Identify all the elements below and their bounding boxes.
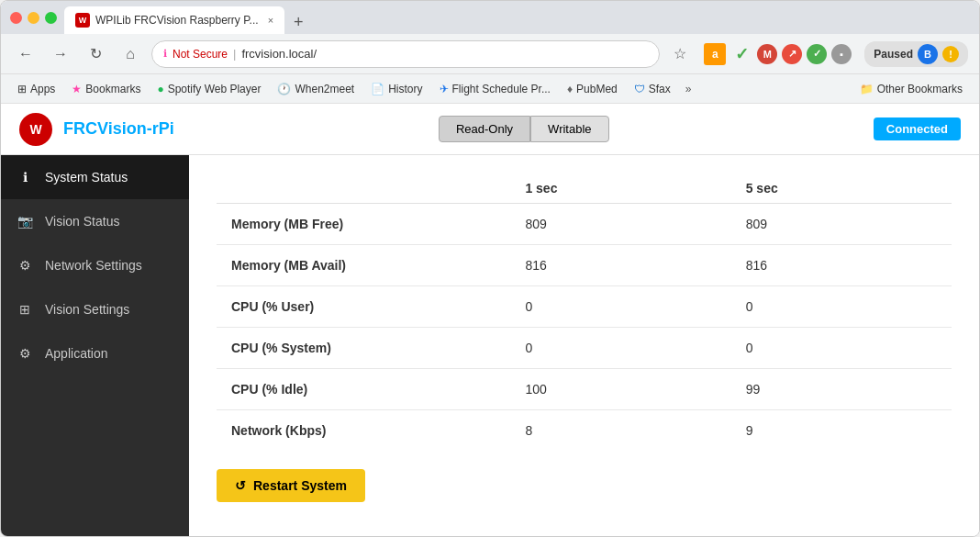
paused-badge[interactable]: Paused B !: [864, 41, 968, 67]
browser-window: W WPILib FRCVision Raspberry P... × + ← …: [0, 0, 980, 537]
active-tab[interactable]: W WPILib FRCVision Raspberry P... ×: [64, 6, 284, 34]
bookmark-star-button[interactable]: ☆: [667, 41, 693, 67]
home-button[interactable]: ⌂: [117, 40, 144, 68]
pubmed-icon: ♦: [567, 83, 573, 95]
refresh-button[interactable]: ↻: [82, 40, 109, 68]
extension-icons: a ✓ M ↗ ✓ ▪: [704, 43, 852, 65]
bookmark-pubmed[interactable]: ♦ PubMed: [560, 80, 625, 98]
restart-icon: ↺: [235, 478, 246, 493]
address-bar[interactable]: ℹ Not Secure | frcvision.local/: [151, 40, 660, 68]
sidebar-item-application[interactable]: ⚙ Application: [1, 331, 189, 375]
bookmark-apps[interactable]: ⊞ Apps: [10, 80, 62, 98]
settings-icon: ⚙: [16, 344, 34, 363]
bookmark-history[interactable]: 📄 History: [363, 80, 429, 98]
bookmarks-more-button[interactable]: »: [680, 80, 697, 98]
profile-area: Paused B !: [864, 41, 968, 67]
bookmark-apps-label: Apps: [30, 83, 55, 95]
row-label: CPU (% User): [217, 286, 510, 328]
bookmark-flight[interactable]: ✈ Flight Schedule Pr...: [432, 80, 558, 98]
row-label: CPU (% Idle): [217, 369, 510, 410]
grey-icon: ▪: [831, 44, 852, 64]
table-row: Memory (MB Free) 809 809: [217, 204, 952, 245]
tab-title: WPILib FRCVision Raspberry P...: [95, 14, 259, 27]
connected-badge: Connected: [874, 117, 961, 140]
col2-header: 1 sec: [510, 173, 730, 204]
window-controls: [10, 12, 57, 24]
spotify-icon: ●: [157, 83, 163, 95]
read-only-button[interactable]: Read-Only: [439, 116, 530, 142]
table-row: Network (Kbps) 8 9: [217, 410, 952, 452]
row-val1: 809: [510, 204, 730, 245]
bookmark-spotify[interactable]: ● Spotify Web Player: [150, 80, 268, 98]
status-table: 1 sec 5 sec Memory (MB Free) 809 809 Mem…: [217, 173, 952, 451]
row-val1: 816: [510, 245, 730, 286]
row-label: Memory (MB Avail): [217, 245, 510, 286]
row-val5: 816: [731, 245, 952, 286]
sidebar: ℹ System Status 📷 Vision Status ⚙ Networ…: [1, 155, 189, 536]
row-val5: 9: [731, 410, 952, 452]
col3-header: 5 sec: [731, 173, 952, 204]
sidebar-vision-settings-label: Vision Settings: [45, 302, 129, 317]
app-header: W FRCVision-rPi Read-Only Writable Conne…: [1, 104, 979, 155]
green-check-icon: ✓: [730, 43, 752, 65]
bookmark-when2meet[interactable]: 🕐 When2meet: [270, 80, 362, 98]
row-val5: 0: [731, 286, 952, 328]
bookmark-sfax-label: Sfax: [649, 83, 671, 95]
info-circle-icon: ℹ: [16, 168, 34, 186]
row-label: CPU (% System): [217, 328, 510, 369]
camera-icon: 📷: [16, 212, 34, 230]
star-icon: ★: [72, 83, 82, 95]
app-title: FRCVision-rPi: [63, 119, 174, 139]
new-tab-button[interactable]: +: [288, 13, 309, 32]
bookmark-flight-label: Flight Schedule Pr...: [452, 83, 551, 95]
tab-close-button[interactable]: ×: [268, 15, 273, 26]
close-button[interactable]: [10, 12, 22, 24]
sidebar-system-status-label: System Status: [45, 170, 128, 185]
circle-check-icon: ✓: [807, 44, 827, 64]
row-val1: 100: [510, 369, 730, 410]
row-val1: 8: [510, 410, 730, 452]
other-bookmarks[interactable]: 📁 Other Bookmarks: [852, 80, 970, 98]
doc-icon: 📄: [371, 83, 384, 95]
table-row: CPU (% Idle) 100 99: [217, 369, 952, 410]
row-val5: 99: [731, 369, 952, 410]
maximize-button[interactable]: [45, 12, 57, 24]
sidebar-item-network-settings[interactable]: ⚙ Network Settings: [1, 243, 189, 287]
shield-icon: 🛡: [634, 83, 645, 95]
row-label: Memory (MB Free): [217, 204, 510, 245]
other-bookmarks-label: Other Bookmarks: [877, 83, 963, 95]
restart-system-button[interactable]: ↺ Restart System: [217, 469, 365, 502]
sidebar-application-label: Application: [45, 346, 108, 361]
row-val1: 0: [510, 328, 730, 369]
bookmark-sfax[interactable]: 🛡 Sfax: [627, 80, 678, 98]
writable-button[interactable]: Writable: [530, 116, 608, 142]
not-secure-label: Not Secure: [173, 48, 228, 61]
sidebar-item-vision-status[interactable]: 📷 Vision Status: [1, 199, 189, 243]
title-bar: W WPILib FRCVision Raspberry P... × +: [1, 1, 979, 34]
content-area: 1 sec 5 sec Memory (MB Free) 809 809 Mem…: [189, 155, 979, 536]
sidebar-item-system-status[interactable]: ℹ System Status: [1, 155, 189, 199]
app-logo: W: [19, 113, 52, 146]
row-val1: 0: [510, 286, 730, 328]
forward-button[interactable]: →: [47, 40, 74, 68]
table-row: CPU (% System) 0 0: [217, 328, 952, 369]
bookmark-pubmed-label: PubMed: [576, 83, 618, 95]
warning-icon: !: [942, 46, 959, 62]
main-layout: ℹ System Status 📷 Vision Status ⚙ Networ…: [1, 155, 979, 536]
col1-header: [217, 173, 510, 204]
url-display: frcvision.local/: [241, 47, 317, 61]
back-button[interactable]: ←: [12, 40, 39, 68]
bookmark-bookmarks-label: Bookmarks: [85, 83, 140, 95]
security-icon: ℹ: [163, 48, 167, 60]
grid-icon: ⊞: [16, 300, 34, 319]
mode-selector: Read-Only Writable: [174, 116, 874, 142]
flight-icon: ✈: [440, 83, 449, 95]
minimize-button[interactable]: [28, 12, 39, 24]
row-val5: 809: [731, 204, 952, 245]
paused-label: Paused: [874, 48, 913, 61]
sidebar-item-vision-settings[interactable]: ⊞ Vision Settings: [1, 287, 189, 331]
bookmark-bookmarks[interactable]: ★ Bookmarks: [64, 80, 148, 98]
row-val5: 0: [731, 328, 952, 369]
amazon-icon: a: [704, 43, 726, 65]
table-row: Memory (MB Avail) 816 816: [217, 245, 952, 286]
